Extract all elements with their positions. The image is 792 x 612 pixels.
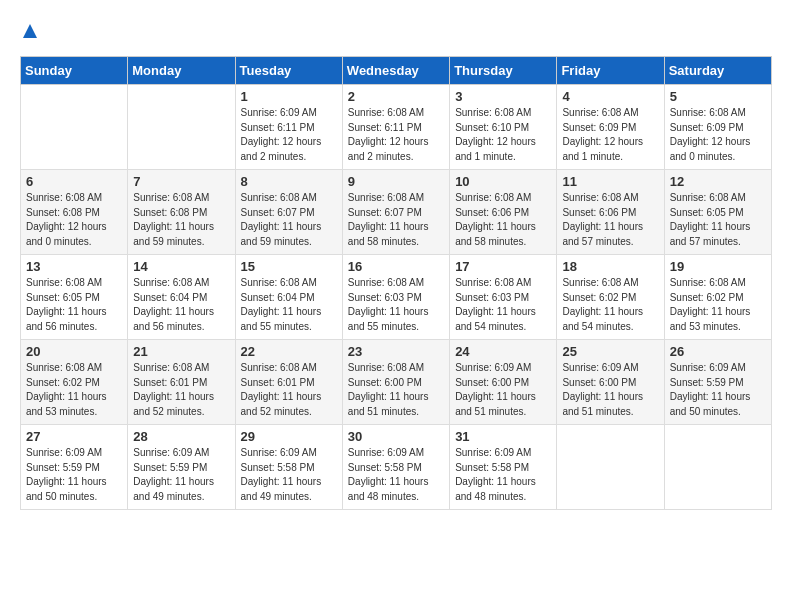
calendar-cell: 23Sunrise: 6:08 AMSunset: 6:00 PMDayligh…	[342, 340, 449, 425]
calendar-cell: 8Sunrise: 6:08 AMSunset: 6:07 PMDaylight…	[235, 170, 342, 255]
calendar-header-tuesday: Tuesday	[235, 57, 342, 85]
calendar-cell: 29Sunrise: 6:09 AMSunset: 5:58 PMDayligh…	[235, 425, 342, 510]
calendar-cell: 3Sunrise: 6:08 AMSunset: 6:10 PMDaylight…	[450, 85, 557, 170]
calendar-cell: 7Sunrise: 6:08 AMSunset: 6:08 PMDaylight…	[128, 170, 235, 255]
cell-detail: Sunrise: 6:08 AMSunset: 6:11 PMDaylight:…	[348, 106, 444, 164]
day-number: 1	[241, 89, 337, 104]
day-number: 21	[133, 344, 229, 359]
cell-detail: Sunrise: 6:08 AMSunset: 6:01 PMDaylight:…	[133, 361, 229, 419]
day-number: 28	[133, 429, 229, 444]
day-number: 12	[670, 174, 766, 189]
calendar-cell: 12Sunrise: 6:08 AMSunset: 6:05 PMDayligh…	[664, 170, 771, 255]
cell-detail: Sunrise: 6:09 AMSunset: 5:59 PMDaylight:…	[26, 446, 122, 504]
cell-detail: Sunrise: 6:08 AMSunset: 6:07 PMDaylight:…	[241, 191, 337, 249]
day-number: 10	[455, 174, 551, 189]
calendar-cell	[128, 85, 235, 170]
cell-detail: Sunrise: 6:08 AMSunset: 6:08 PMDaylight:…	[26, 191, 122, 249]
day-number: 31	[455, 429, 551, 444]
calendar-week-row: 27Sunrise: 6:09 AMSunset: 5:59 PMDayligh…	[21, 425, 772, 510]
calendar-header-wednesday: Wednesday	[342, 57, 449, 85]
calendar-cell: 30Sunrise: 6:09 AMSunset: 5:58 PMDayligh…	[342, 425, 449, 510]
day-number: 16	[348, 259, 444, 274]
cell-detail: Sunrise: 6:08 AMSunset: 6:01 PMDaylight:…	[241, 361, 337, 419]
day-number: 29	[241, 429, 337, 444]
cell-detail: Sunrise: 6:09 AMSunset: 5:59 PMDaylight:…	[670, 361, 766, 419]
day-number: 18	[562, 259, 658, 274]
calendar-cell: 6Sunrise: 6:08 AMSunset: 6:08 PMDaylight…	[21, 170, 128, 255]
calendar-cell: 11Sunrise: 6:08 AMSunset: 6:06 PMDayligh…	[557, 170, 664, 255]
calendar-cell: 26Sunrise: 6:09 AMSunset: 5:59 PMDayligh…	[664, 340, 771, 425]
calendar-cell: 5Sunrise: 6:08 AMSunset: 6:09 PMDaylight…	[664, 85, 771, 170]
calendar-cell: 28Sunrise: 6:09 AMSunset: 5:59 PMDayligh…	[128, 425, 235, 510]
day-number: 26	[670, 344, 766, 359]
logo-arrow-icon	[21, 20, 39, 46]
calendar-cell	[557, 425, 664, 510]
calendar-cell: 24Sunrise: 6:09 AMSunset: 6:00 PMDayligh…	[450, 340, 557, 425]
day-number: 11	[562, 174, 658, 189]
day-number: 24	[455, 344, 551, 359]
day-number: 3	[455, 89, 551, 104]
calendar-cell: 1Sunrise: 6:09 AMSunset: 6:11 PMDaylight…	[235, 85, 342, 170]
cell-detail: Sunrise: 6:08 AMSunset: 6:08 PMDaylight:…	[133, 191, 229, 249]
cell-detail: Sunrise: 6:08 AMSunset: 6:04 PMDaylight:…	[241, 276, 337, 334]
day-number: 8	[241, 174, 337, 189]
calendar-header-thursday: Thursday	[450, 57, 557, 85]
calendar-week-row: 6Sunrise: 6:08 AMSunset: 6:08 PMDaylight…	[21, 170, 772, 255]
cell-detail: Sunrise: 6:08 AMSunset: 6:02 PMDaylight:…	[26, 361, 122, 419]
calendar-week-row: 20Sunrise: 6:08 AMSunset: 6:02 PMDayligh…	[21, 340, 772, 425]
calendar-header-friday: Friday	[557, 57, 664, 85]
calendar-header-saturday: Saturday	[664, 57, 771, 85]
day-number: 17	[455, 259, 551, 274]
calendar-week-row: 13Sunrise: 6:08 AMSunset: 6:05 PMDayligh…	[21, 255, 772, 340]
cell-detail: Sunrise: 6:09 AMSunset: 6:00 PMDaylight:…	[562, 361, 658, 419]
day-number: 30	[348, 429, 444, 444]
day-number: 15	[241, 259, 337, 274]
calendar-cell	[664, 425, 771, 510]
calendar-header-row: SundayMondayTuesdayWednesdayThursdayFrid…	[21, 57, 772, 85]
day-number: 13	[26, 259, 122, 274]
cell-detail: Sunrise: 6:08 AMSunset: 6:05 PMDaylight:…	[26, 276, 122, 334]
calendar-cell: 2Sunrise: 6:08 AMSunset: 6:11 PMDaylight…	[342, 85, 449, 170]
cell-detail: Sunrise: 6:08 AMSunset: 6:03 PMDaylight:…	[455, 276, 551, 334]
calendar-cell: 22Sunrise: 6:08 AMSunset: 6:01 PMDayligh…	[235, 340, 342, 425]
calendar-cell: 17Sunrise: 6:08 AMSunset: 6:03 PMDayligh…	[450, 255, 557, 340]
calendar-cell: 14Sunrise: 6:08 AMSunset: 6:04 PMDayligh…	[128, 255, 235, 340]
day-number: 2	[348, 89, 444, 104]
calendar-cell: 25Sunrise: 6:09 AMSunset: 6:00 PMDayligh…	[557, 340, 664, 425]
calendar-cell: 15Sunrise: 6:08 AMSunset: 6:04 PMDayligh…	[235, 255, 342, 340]
cell-detail: Sunrise: 6:08 AMSunset: 6:09 PMDaylight:…	[670, 106, 766, 164]
day-number: 5	[670, 89, 766, 104]
day-number: 20	[26, 344, 122, 359]
calendar-table: SundayMondayTuesdayWednesdayThursdayFrid…	[20, 56, 772, 510]
calendar-cell: 16Sunrise: 6:08 AMSunset: 6:03 PMDayligh…	[342, 255, 449, 340]
calendar-cell: 20Sunrise: 6:08 AMSunset: 6:02 PMDayligh…	[21, 340, 128, 425]
calendar-cell: 18Sunrise: 6:08 AMSunset: 6:02 PMDayligh…	[557, 255, 664, 340]
day-number: 9	[348, 174, 444, 189]
calendar-cell: 9Sunrise: 6:08 AMSunset: 6:07 PMDaylight…	[342, 170, 449, 255]
cell-detail: Sunrise: 6:08 AMSunset: 6:02 PMDaylight:…	[562, 276, 658, 334]
day-number: 23	[348, 344, 444, 359]
day-number: 19	[670, 259, 766, 274]
cell-detail: Sunrise: 6:08 AMSunset: 6:02 PMDaylight:…	[670, 276, 766, 334]
day-number: 6	[26, 174, 122, 189]
calendar-cell: 19Sunrise: 6:08 AMSunset: 6:02 PMDayligh…	[664, 255, 771, 340]
calendar-cell: 4Sunrise: 6:08 AMSunset: 6:09 PMDaylight…	[557, 85, 664, 170]
cell-detail: Sunrise: 6:08 AMSunset: 6:09 PMDaylight:…	[562, 106, 658, 164]
calendar-header-monday: Monday	[128, 57, 235, 85]
calendar-cell: 10Sunrise: 6:08 AMSunset: 6:06 PMDayligh…	[450, 170, 557, 255]
day-number: 27	[26, 429, 122, 444]
day-number: 4	[562, 89, 658, 104]
cell-detail: Sunrise: 6:08 AMSunset: 6:07 PMDaylight:…	[348, 191, 444, 249]
svg-marker-0	[23, 24, 37, 38]
cell-detail: Sunrise: 6:09 AMSunset: 6:11 PMDaylight:…	[241, 106, 337, 164]
cell-detail: Sunrise: 6:09 AMSunset: 5:59 PMDaylight:…	[133, 446, 229, 504]
cell-detail: Sunrise: 6:08 AMSunset: 6:06 PMDaylight:…	[455, 191, 551, 249]
calendar-cell: 21Sunrise: 6:08 AMSunset: 6:01 PMDayligh…	[128, 340, 235, 425]
calendar-cell: 13Sunrise: 6:08 AMSunset: 6:05 PMDayligh…	[21, 255, 128, 340]
cell-detail: Sunrise: 6:08 AMSunset: 6:10 PMDaylight:…	[455, 106, 551, 164]
cell-detail: Sunrise: 6:09 AMSunset: 5:58 PMDaylight:…	[241, 446, 337, 504]
calendar-header-sunday: Sunday	[21, 57, 128, 85]
logo	[20, 20, 40, 46]
cell-detail: Sunrise: 6:09 AMSunset: 6:00 PMDaylight:…	[455, 361, 551, 419]
cell-detail: Sunrise: 6:08 AMSunset: 6:03 PMDaylight:…	[348, 276, 444, 334]
